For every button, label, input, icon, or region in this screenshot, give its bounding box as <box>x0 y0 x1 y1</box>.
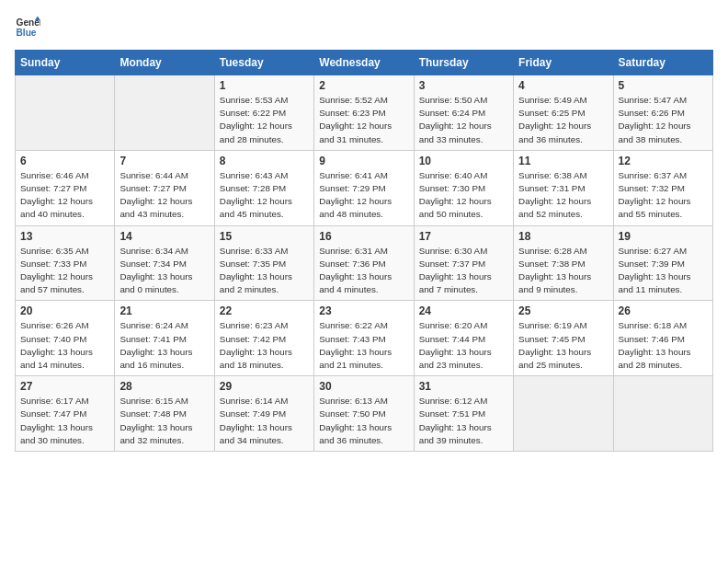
day-cell: 15Sunrise: 6:33 AM Sunset: 7:35 PM Dayli… <box>214 225 313 301</box>
day-number: 10 <box>419 155 508 167</box>
day-detail: Sunrise: 6:12 AM Sunset: 7:51 PM Dayligh… <box>419 395 508 447</box>
day-number: 18 <box>518 230 608 243</box>
day-cell: 27Sunrise: 6:17 AM Sunset: 7:47 PM Dayli… <box>16 376 115 452</box>
day-cell: 3Sunrise: 5:50 AM Sunset: 6:24 PM Daylig… <box>414 75 513 151</box>
day-cell: 7Sunrise: 6:44 AM Sunset: 7:27 PM Daylig… <box>115 150 214 225</box>
day-cell: 16Sunrise: 6:31 AM Sunset: 7:36 PM Dayli… <box>314 225 414 301</box>
day-number: 24 <box>419 304 508 317</box>
day-cell: 25Sunrise: 6:19 AM Sunset: 7:45 PM Dayli… <box>514 301 613 376</box>
day-cell: 9Sunrise: 6:41 AM Sunset: 7:29 PM Daylig… <box>314 150 414 225</box>
logo: General Blue <box>15 15 44 40</box>
week-row-3: 13Sunrise: 6:35 AM Sunset: 7:33 PM Dayli… <box>16 225 713 301</box>
day-number: 14 <box>119 230 209 243</box>
day-number: 1 <box>220 79 309 92</box>
header-row: SundayMondayTuesdayWednesdayThursdayFrid… <box>16 51 713 75</box>
day-detail: Sunrise: 6:13 AM Sunset: 7:50 PM Dayligh… <box>319 395 408 447</box>
day-cell: 21Sunrise: 6:24 AM Sunset: 7:41 PM Dayli… <box>115 301 214 376</box>
day-number: 13 <box>20 230 109 243</box>
day-detail: Sunrise: 6:44 AM Sunset: 7:27 PM Dayligh… <box>119 169 209 222</box>
day-number: 12 <box>619 155 708 167</box>
day-number: 29 <box>220 380 309 393</box>
day-number: 17 <box>419 230 508 243</box>
page-header: General Blue <box>15 15 713 40</box>
day-header-thursday: Thursday <box>414 51 513 75</box>
day-detail: Sunrise: 6:27 AM Sunset: 7:39 PM Dayligh… <box>619 245 708 297</box>
day-cell: 12Sunrise: 6:37 AM Sunset: 7:32 PM Dayli… <box>613 150 712 225</box>
day-cell: 4Sunrise: 5:49 AM Sunset: 6:25 PM Daylig… <box>514 75 613 151</box>
day-detail: Sunrise: 6:37 AM Sunset: 7:32 PM Dayligh… <box>619 169 708 222</box>
day-detail: Sunrise: 5:53 AM Sunset: 6:22 PM Dayligh… <box>220 94 309 146</box>
day-number: 3 <box>419 79 508 92</box>
day-number: 22 <box>220 304 309 317</box>
day-detail: Sunrise: 6:15 AM Sunset: 7:48 PM Dayligh… <box>119 395 209 447</box>
day-detail: Sunrise: 5:50 AM Sunset: 6:24 PM Dayligh… <box>419 94 508 146</box>
day-number: 9 <box>319 155 408 167</box>
day-cell: 26Sunrise: 6:18 AM Sunset: 7:46 PM Dayli… <box>613 301 712 376</box>
day-cell: 18Sunrise: 6:28 AM Sunset: 7:38 PM Dayli… <box>514 225 613 301</box>
day-number: 8 <box>220 155 309 167</box>
day-detail: Sunrise: 6:23 AM Sunset: 7:42 PM Dayligh… <box>220 319 309 372</box>
day-cell <box>115 75 214 151</box>
day-detail: Sunrise: 6:22 AM Sunset: 7:43 PM Dayligh… <box>319 319 408 372</box>
day-cell: 31Sunrise: 6:12 AM Sunset: 7:51 PM Dayli… <box>414 376 513 452</box>
day-number: 6 <box>20 155 109 167</box>
day-cell: 28Sunrise: 6:15 AM Sunset: 7:48 PM Dayli… <box>115 376 214 452</box>
day-cell: 22Sunrise: 6:23 AM Sunset: 7:42 PM Dayli… <box>214 301 313 376</box>
day-detail: Sunrise: 5:49 AM Sunset: 6:25 PM Dayligh… <box>518 94 608 146</box>
week-row-2: 6Sunrise: 6:46 AM Sunset: 7:27 PM Daylig… <box>16 150 713 225</box>
day-number: 19 <box>619 230 708 243</box>
day-detail: Sunrise: 6:18 AM Sunset: 7:46 PM Dayligh… <box>619 319 708 372</box>
svg-text:Blue: Blue <box>17 28 37 38</box>
day-number: 20 <box>20 304 109 317</box>
day-detail: Sunrise: 6:19 AM Sunset: 7:45 PM Dayligh… <box>518 319 608 372</box>
day-number: 7 <box>119 155 209 167</box>
day-number: 26 <box>619 304 708 317</box>
day-cell <box>514 376 613 452</box>
day-detail: Sunrise: 6:26 AM Sunset: 7:40 PM Dayligh… <box>20 319 109 372</box>
day-detail: Sunrise: 6:14 AM Sunset: 7:49 PM Dayligh… <box>220 395 309 447</box>
day-cell: 6Sunrise: 6:46 AM Sunset: 7:27 PM Daylig… <box>16 150 115 225</box>
day-cell: 23Sunrise: 6:22 AM Sunset: 7:43 PM Dayli… <box>314 301 414 376</box>
day-header-sunday: Sunday <box>16 51 115 75</box>
day-cell <box>613 376 712 452</box>
day-detail: Sunrise: 6:38 AM Sunset: 7:31 PM Dayligh… <box>518 169 608 222</box>
day-number: 31 <box>419 380 508 393</box>
day-number: 2 <box>319 79 408 92</box>
day-cell: 19Sunrise: 6:27 AM Sunset: 7:39 PM Dayli… <box>613 225 712 301</box>
day-cell: 24Sunrise: 6:20 AM Sunset: 7:44 PM Dayli… <box>414 301 513 376</box>
day-number: 28 <box>119 380 209 393</box>
day-number: 27 <box>20 380 109 393</box>
day-detail: Sunrise: 6:17 AM Sunset: 7:47 PM Dayligh… <box>20 395 109 447</box>
day-detail: Sunrise: 6:31 AM Sunset: 7:36 PM Dayligh… <box>319 245 408 297</box>
week-row-4: 20Sunrise: 6:26 AM Sunset: 7:40 PM Dayli… <box>16 301 713 376</box>
day-cell: 2Sunrise: 5:52 AM Sunset: 6:23 PM Daylig… <box>314 75 414 151</box>
day-detail: Sunrise: 6:34 AM Sunset: 7:34 PM Dayligh… <box>119 245 209 297</box>
day-detail: Sunrise: 6:33 AM Sunset: 7:35 PM Dayligh… <box>220 245 309 297</box>
day-number: 30 <box>319 380 408 393</box>
day-cell: 29Sunrise: 6:14 AM Sunset: 7:49 PM Dayli… <box>214 376 313 452</box>
day-cell: 13Sunrise: 6:35 AM Sunset: 7:33 PM Dayli… <box>16 225 115 301</box>
day-cell: 8Sunrise: 6:43 AM Sunset: 7:28 PM Daylig… <box>214 150 313 225</box>
day-cell: 1Sunrise: 5:53 AM Sunset: 6:22 PM Daylig… <box>214 75 313 151</box>
day-number: 23 <box>319 304 408 317</box>
day-cell: 5Sunrise: 5:47 AM Sunset: 6:26 PM Daylig… <box>613 75 712 151</box>
calendar-table: SundayMondayTuesdayWednesdayThursdayFrid… <box>15 50 713 452</box>
day-header-tuesday: Tuesday <box>214 51 313 75</box>
day-detail: Sunrise: 6:40 AM Sunset: 7:30 PM Dayligh… <box>419 169 508 222</box>
day-cell: 10Sunrise: 6:40 AM Sunset: 7:30 PM Dayli… <box>414 150 513 225</box>
week-row-5: 27Sunrise: 6:17 AM Sunset: 7:47 PM Dayli… <box>16 376 713 452</box>
day-number: 25 <box>518 304 608 317</box>
day-detail: Sunrise: 6:28 AM Sunset: 7:38 PM Dayligh… <box>518 245 608 297</box>
day-detail: Sunrise: 5:52 AM Sunset: 6:23 PM Dayligh… <box>319 94 408 146</box>
day-number: 4 <box>518 79 608 92</box>
day-cell: 30Sunrise: 6:13 AM Sunset: 7:50 PM Dayli… <box>314 376 414 452</box>
day-detail: Sunrise: 6:46 AM Sunset: 7:27 PM Dayligh… <box>20 169 109 222</box>
day-cell: 20Sunrise: 6:26 AM Sunset: 7:40 PM Dayli… <box>16 301 115 376</box>
day-number: 11 <box>518 155 608 167</box>
day-detail: Sunrise: 6:20 AM Sunset: 7:44 PM Dayligh… <box>419 319 508 372</box>
day-header-saturday: Saturday <box>613 51 712 75</box>
day-detail: Sunrise: 5:47 AM Sunset: 6:26 PM Dayligh… <box>619 94 708 146</box>
day-header-monday: Monday <box>115 51 214 75</box>
day-cell: 14Sunrise: 6:34 AM Sunset: 7:34 PM Dayli… <box>115 225 214 301</box>
day-number: 5 <box>619 79 708 92</box>
